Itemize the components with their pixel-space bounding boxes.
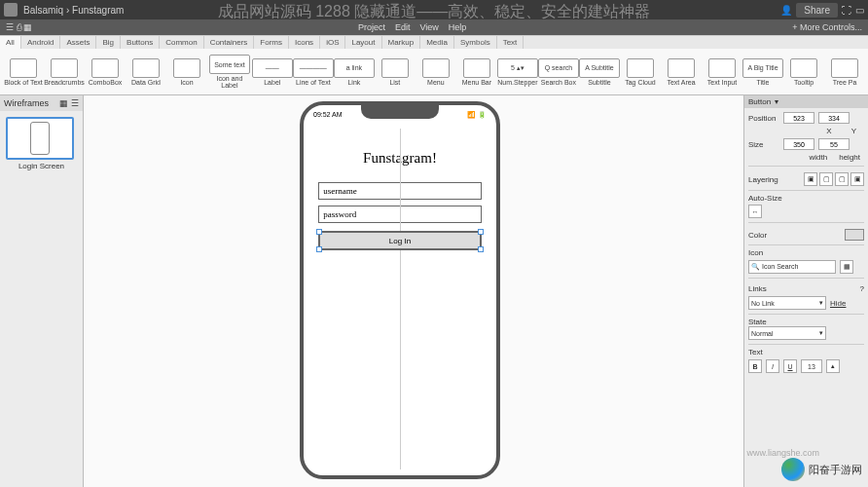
ribbon-control[interactable]: ————Line of Text: [294, 58, 333, 86]
login-button[interactable]: Log In: [318, 231, 481, 250]
ribbon-control[interactable]: Block of Text: [4, 58, 43, 86]
state-select[interactable]: Normal▾: [748, 326, 826, 340]
ribbon-control-label: Tag Cloud: [625, 79, 656, 86]
autosize-label: Auto-Size: [748, 194, 782, 203]
user-avatar-icon[interactable]: 👤: [780, 5, 792, 16]
guide-line: [400, 129, 401, 469]
state-label: State: [748, 318, 767, 326]
selection-handle[interactable]: [316, 229, 322, 235]
ribbon-control-icon: [10, 58, 37, 78]
send-backward-icon[interactable]: ▢: [835, 172, 849, 186]
window-icon[interactable]: ▭: [855, 5, 864, 16]
share-button[interactable]: Share: [796, 3, 838, 18]
ribbon-control[interactable]: Q searchSearch Box: [539, 58, 578, 86]
ribbon-control[interactable]: Some textIcon and Label: [208, 55, 251, 89]
ribbon-control[interactable]: Data Grid: [127, 58, 165, 86]
ribbon-control-label: Search Box: [541, 79, 576, 86]
ribbon-tab-all[interactable]: All: [0, 36, 21, 49]
ribbon-control-label: Text Input: [707, 79, 737, 86]
ribbon-tab[interactable]: Media: [420, 36, 454, 49]
selection-handle[interactable]: [478, 229, 484, 235]
font-size-input[interactable]: 13: [801, 359, 822, 373]
width-input[interactable]: [783, 138, 814, 150]
selection-handle[interactable]: [316, 246, 322, 252]
ribbon-tab[interactable]: Symbols: [454, 36, 497, 49]
hide-link[interactable]: Hide: [830, 299, 846, 308]
ribbon-control[interactable]: Breadcrumbs: [45, 58, 84, 86]
menu-left-icons[interactable]: ☰ ⎙ ▦: [6, 22, 32, 32]
pos-y-input[interactable]: [818, 112, 850, 124]
ribbon-control[interactable]: ComboBox: [86, 58, 125, 86]
ribbon-control-label: Subtitle: [588, 79, 610, 86]
watermark-brand: 阳奋手游网: [781, 458, 862, 481]
ribbon-tab[interactable]: Containers: [204, 36, 255, 49]
inspector-header[interactable]: Button▾: [744, 95, 868, 108]
phone-frame[interactable]: 09:52 AM 📶 🔋 Funstagram! username passwo…: [300, 101, 500, 479]
height-input[interactable]: [818, 138, 850, 150]
icon-search-input[interactable]: 🔍 Icon Search: [748, 260, 836, 274]
underline-icon[interactable]: U: [783, 359, 797, 373]
app-logo: [4, 3, 18, 17]
ribbon-control-label: Menu Bar: [462, 79, 491, 86]
font-size-up-icon[interactable]: ▴: [826, 359, 840, 373]
ribbon-tab[interactable]: Forms: [254, 36, 289, 49]
ribbon-control[interactable]: Tag Cloud: [621, 58, 660, 86]
ribbon-control-label: Icon and Label: [208, 75, 251, 89]
ribbon-control[interactable]: Text Area: [662, 58, 701, 86]
ribbon-control-icon: [463, 58, 490, 78]
wireframe-thumbnail[interactable]: Login Screen: [6, 117, 77, 170]
ribbon-control[interactable]: a linkLink: [335, 58, 374, 86]
send-back-icon[interactable]: ▣: [850, 172, 864, 186]
canvas[interactable]: 09:52 AM 📶 🔋 Funstagram! username passwo…: [84, 95, 743, 487]
ribbon-tab[interactable]: Android: [21, 36, 61, 49]
link-select[interactable]: No Link▾: [748, 296, 826, 310]
ribbon-control[interactable]: Menu Bar: [457, 58, 496, 86]
ribbon-control[interactable]: 5 ▴▾Num.Stepper: [498, 58, 537, 86]
ribbon-control[interactable]: List: [376, 58, 415, 86]
autosize-h-icon[interactable]: ↔: [748, 205, 762, 218]
ribbon-tab[interactable]: Layout: [345, 36, 381, 49]
ribbon-control[interactable]: A Big TitleTitle: [743, 58, 782, 86]
ribbon-control[interactable]: Icon: [167, 58, 206, 86]
ribbon-tab[interactable]: Assets: [60, 36, 96, 49]
menu-help[interactable]: Help: [449, 22, 467, 32]
links-help-icon[interactable]: ?: [860, 284, 864, 293]
ribbon-control-label: Line of Text: [296, 79, 331, 86]
ribbon-control[interactable]: ——Label: [253, 58, 292, 86]
ribbon-control[interactable]: Tooltip: [784, 58, 823, 86]
menu-project[interactable]: Project: [358, 22, 385, 32]
ribbon-control-icon: Q search: [538, 58, 579, 78]
ribbon-tab[interactable]: Common: [160, 36, 203, 49]
ribbon-control-label: Breadcrumbs: [44, 79, 85, 86]
menubar: ☰ ⎙ ▦ Project Edit View Help + More Cont…: [0, 19, 868, 35]
ribbon-control[interactable]: Text Input: [703, 58, 741, 86]
ribbon-tab[interactable]: Buttons: [121, 36, 160, 49]
menu-view[interactable]: View: [419, 22, 438, 32]
breadcrumb[interactable]: Balsamiq › Funstagram: [23, 5, 124, 16]
bold-icon[interactable]: B: [748, 359, 762, 373]
menu-edit[interactable]: Edit: [395, 22, 411, 32]
ribbon-tab[interactable]: iOS: [320, 36, 345, 49]
ribbon-tab[interactable]: Big: [96, 36, 121, 49]
ribbon-control[interactable]: A SubtitleSubtitle: [580, 58, 619, 86]
ribbon-tab[interactable]: Icons: [289, 36, 320, 49]
pos-x-input[interactable]: [783, 112, 814, 124]
ribbon-control-icon: [708, 58, 736, 78]
ribbon-control-icon: A Big Title: [742, 58, 783, 78]
panel-icons[interactable]: ▦ ☰: [59, 98, 79, 108]
ribbon-control-icon: A Subtitle: [579, 58, 620, 78]
ribbon-control[interactable]: Menu: [416, 58, 455, 86]
more-controls-link[interactable]: + More Controls...: [792, 22, 862, 32]
bring-front-icon[interactable]: ▣: [804, 172, 817, 186]
ribbon-control[interactable]: Tree Pa: [825, 58, 864, 86]
italic-icon[interactable]: I: [766, 359, 779, 373]
bring-forward-icon[interactable]: ▢: [819, 172, 833, 186]
icon-grid-icon[interactable]: ▦: [840, 260, 853, 274]
position-label: Position: [748, 114, 779, 123]
ribbon-tab[interactable]: Text: [497, 36, 524, 49]
wireframes-header: Wireframes ▦ ☰: [0, 95, 83, 111]
color-swatch[interactable]: [845, 229, 864, 241]
ribbon-tab[interactable]: Markup: [382, 36, 421, 49]
selection-handle[interactable]: [478, 246, 484, 252]
fullscreen-icon[interactable]: ⛶: [842, 5, 851, 16]
